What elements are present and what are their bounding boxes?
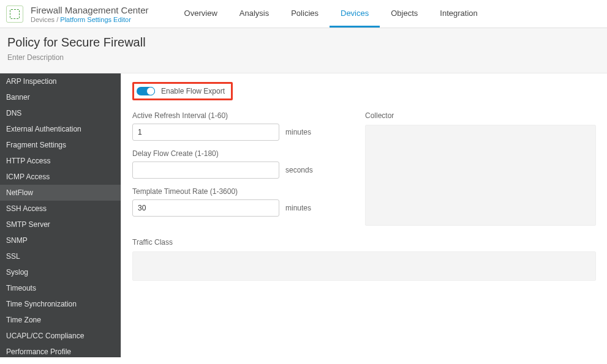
sidebar-item-arp-inspection[interactable]: ARP Inspection: [0, 73, 121, 89]
template-timeout-group: Template Timeout Rate (1-3600) minutes: [132, 187, 316, 217]
policy-description[interactable]: Enter Description: [7, 53, 598, 62]
sidebar-item-ssh-access[interactable]: SSH Access: [0, 201, 121, 217]
nav-tab-devices[interactable]: Devices: [330, 0, 380, 28]
enable-flow-export-label: Enable Flow Export: [161, 87, 225, 95]
policy-title: Policy for Secure Firewall: [7, 35, 598, 50]
app-title: Firewall Management Center: [31, 5, 149, 15]
sidebar-item-time-zone[interactable]: Time Zone: [0, 312, 121, 328]
breadcrumb-static: Devices /: [31, 16, 60, 23]
form-columns: Active Refresh Interval (1-60) minutes D…: [132, 111, 596, 226]
sidebar-item-snmp[interactable]: SNMP: [0, 232, 121, 248]
collector-label: Collector: [365, 111, 596, 120]
active-refresh-input[interactable]: [132, 124, 279, 141]
sidebar-item-timeouts[interactable]: Timeouts: [0, 280, 121, 296]
active-refresh-row: minutes: [132, 124, 316, 141]
nav-tab-objects[interactable]: Objects: [380, 0, 429, 28]
sidebar-item-performance-profile[interactable]: Performance Profile: [0, 344, 121, 357]
collector-panel[interactable]: [365, 125, 596, 226]
active-refresh-unit: minutes: [285, 128, 311, 136]
nav-tabs: OverviewAnalysisPoliciesDevicesObjectsIn…: [173, 0, 489, 28]
left-column: Active Refresh Interval (1-60) minutes D…: [132, 111, 316, 226]
sidebar-item-ucapl-cc-compliance[interactable]: UCAPL/CC Compliance: [0, 328, 121, 344]
delay-flow-row: seconds: [132, 162, 316, 179]
sidebar-item-ssl[interactable]: SSL: [0, 248, 121, 264]
breadcrumb-link[interactable]: Platform Settings Editor: [60, 16, 131, 23]
delay-flow-group: Delay Flow Create (1-180) seconds: [132, 149, 316, 179]
nav-tab-policies[interactable]: Policies: [280, 0, 330, 28]
nav-tab-analysis[interactable]: Analysis: [228, 0, 280, 28]
content-panel: Enable Flow Export Active Refresh Interv…: [121, 73, 607, 357]
app-header: Firewall Management Center Devices / Pla…: [0, 0, 607, 28]
delay-flow-input[interactable]: [132, 162, 279, 179]
sidebar: ARP InspectionBannerDNSExternal Authenti…: [0, 73, 121, 357]
policy-subheader: Policy for Secure Firewall Enter Descrip…: [0, 28, 607, 73]
sidebar-item-external-authentication[interactable]: External Authentication: [0, 121, 121, 137]
sidebar-item-dns[interactable]: DNS: [0, 105, 121, 121]
main-area: ARP InspectionBannerDNSExternal Authenti…: [0, 73, 607, 357]
template-timeout-label: Template Timeout Rate (1-3600): [132, 187, 316, 196]
active-refresh-group: Active Refresh Interval (1-60) minutes: [132, 111, 316, 141]
logo-icon: [10, 9, 20, 19]
sidebar-item-fragment-settings[interactable]: Fragment Settings: [0, 137, 121, 153]
breadcrumb: Devices / Platform Settings Editor: [31, 16, 149, 23]
enable-flow-export-toggle[interactable]: [137, 87, 155, 95]
nav-tab-integration[interactable]: Integration: [429, 0, 488, 28]
sidebar-item-http-access[interactable]: HTTP Access: [0, 153, 121, 169]
sidebar-item-smtp-server[interactable]: SMTP Server: [0, 217, 121, 232]
template-timeout-unit: minutes: [285, 204, 311, 212]
sidebar-item-syslog[interactable]: Syslog: [0, 264, 121, 280]
traffic-class-panel[interactable]: [132, 251, 596, 281]
sidebar-item-netflow[interactable]: NetFlow: [0, 185, 121, 201]
enable-flow-export-highlight: Enable Flow Export: [132, 82, 233, 100]
right-column: Collector: [365, 111, 596, 226]
sidebar-item-icmp-access[interactable]: ICMP Access: [0, 169, 121, 185]
template-timeout-row: minutes: [132, 199, 316, 217]
toggle-knob-icon: [146, 87, 155, 95]
traffic-class-section: Traffic Class: [132, 238, 596, 281]
title-block: Firewall Management Center Devices / Pla…: [31, 5, 149, 23]
traffic-class-label: Traffic Class: [132, 238, 596, 247]
nav-tab-overview[interactable]: Overview: [173, 0, 228, 28]
delay-flow-label: Delay Flow Create (1-180): [132, 149, 316, 158]
sidebar-item-banner[interactable]: Banner: [0, 89, 121, 105]
sidebar-item-time-synchronization[interactable]: Time Synchronization: [0, 296, 121, 312]
active-refresh-label: Active Refresh Interval (1-60): [132, 111, 316, 120]
app-logo: [6, 6, 23, 23]
template-timeout-input[interactable]: [132, 199, 279, 217]
delay-flow-unit: seconds: [285, 166, 313, 174]
